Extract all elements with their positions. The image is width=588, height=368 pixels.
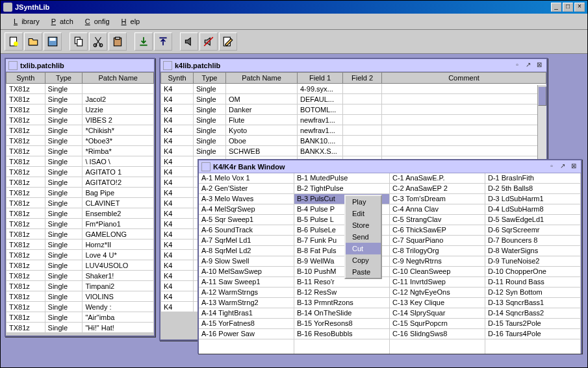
download-button[interactable] — [134, 32, 153, 51]
bank-cell[interactable]: A-16 Power Saw — [199, 329, 294, 339]
close-button[interactable]: × — [574, 3, 585, 12]
table-row[interactable]: K4Single4-99.syx... — [161, 84, 546, 94]
column-header[interactable]: Synth — [161, 73, 194, 84]
strike-button[interactable] — [199, 32, 218, 51]
bank-cell[interactable]: D-13 SqncrBass1 — [485, 298, 580, 308]
bank-cell[interactable]: B-16 ResoBubbls — [294, 329, 389, 339]
column-header[interactable]: Patch Name — [83, 73, 154, 84]
table-row[interactable]: TX81zSingle — [6, 84, 154, 94]
menu-item-copy[interactable]: Copy — [346, 254, 381, 266]
bank-cell[interactable]: C-16 SlidngSws8 — [390, 329, 485, 339]
column-header[interactable]: Patch Name — [226, 73, 298, 84]
bank-cell[interactable]: A-8 SqrMel Ld2 — [199, 246, 294, 256]
bank-cell[interactable]: C-15 SqurPopcrn — [390, 319, 485, 329]
table-row[interactable]: TX81zSingle Uzzie — [6, 104, 154, 115]
bank-cell[interactable]: D-11 Round Bass — [485, 277, 580, 288]
menu-item-paste[interactable]: Paste — [346, 266, 381, 278]
close-icon[interactable]: ⊠ — [535, 61, 544, 70]
sound-button[interactable] — [180, 32, 198, 51]
menu-item-send[interactable]: Send — [346, 231, 381, 243]
table-row[interactable]: TX81zSingle*Rimba* — [6, 146, 154, 156]
bank-cell[interactable]: A-1 Melo Vox 1 — [199, 173, 294, 184]
table-row[interactable]: TX81zSingle AGITATO 1 — [6, 167, 154, 177]
bank-cell[interactable]: D-3 LdSubHarm1 — [485, 194, 580, 204]
close-icon[interactable]: ⊠ — [569, 162, 578, 171]
bank-cell[interactable]: D-15 Taurs2Pole — [485, 319, 580, 329]
bank-cell[interactable]: D-1 BrasInFith — [485, 173, 580, 184]
menu-item-edit[interactable]: Edit — [346, 208, 381, 219]
bank-cell[interactable]: C-7 SquarPiano — [390, 236, 485, 246]
txlib-table[interactable]: SynthTypePatch Name TX81zSingleTX81zSing… — [6, 72, 154, 333]
bank-cell[interactable]: B-12 ResSw — [294, 288, 389, 298]
maximize-icon[interactable]: ↗ — [524, 61, 533, 70]
bank-cell[interactable]: A-12 WarmStrngs — [199, 288, 294, 298]
bank-cell[interactable]: C-4 Anna Clav — [390, 204, 485, 215]
upload-button[interactable] — [154, 32, 172, 51]
bank-grid[interactable]: A-1 Melo Vox 1A-2 Gen'SisterA-3 Melo Wav… — [199, 173, 581, 354]
table-row[interactable]: TX81zSingle Jacol2 — [6, 94, 154, 104]
table-row[interactable]: TX81zSingle*Oboe3* — [6, 136, 154, 146]
iconify-icon[interactable]: ▫ — [513, 61, 522, 70]
bank-cell[interactable]: B-14 OnTheSlide — [294, 308, 389, 319]
column-header[interactable]: Comment — [382, 73, 546, 84]
bank-cell[interactable]: D-12 Syn Bottom — [485, 288, 580, 298]
table-row[interactable]: TX81zSingleHornz*II — [6, 239, 154, 250]
bank-cell[interactable]: D-2 5th Balls8 — [485, 184, 580, 194]
bank-cell[interactable]: B-2 TightPulse — [294, 184, 389, 194]
bank-cell[interactable]: D-6 SqrScreemr — [485, 225, 580, 236]
table-row[interactable]: TX81zSingle\ ISAO \ — [6, 156, 154, 167]
save-button[interactable] — [44, 32, 62, 51]
menu-item-store[interactable]: Store — [346, 219, 381, 231]
table-row[interactable]: TX81zSingleCLAVINET — [6, 198, 154, 208]
column-header[interactable]: Synth — [6, 73, 45, 84]
bank-cell[interactable]: A-11 Saw Sweep1 — [199, 277, 294, 288]
k4lib-titlebar[interactable]: k4lib.patchlib ▫ ↗ ⊠ — [160, 59, 546, 72]
bank-cell[interactable]: D-9 TuneNoise2 — [485, 256, 580, 267]
bank-frame[interactable]: K4/K4r Bank Window ▫ ↗ ⊠ A-1 Melo Vox 1A… — [198, 159, 582, 354]
bank-cell[interactable]: B-15 YorResons8 — [294, 319, 389, 329]
column-header[interactable]: Type — [194, 73, 226, 84]
menu-item-cut[interactable]: Cut — [346, 243, 381, 254]
bank-cell[interactable]: B-1 MutedPulse — [294, 173, 389, 184]
bank-cell[interactable]: C-14 SlprySquar — [390, 308, 485, 319]
bank-cell[interactable]: C-3 Tom'sDream — [390, 194, 485, 204]
bank-cell[interactable]: C-12 NgtvEyeOns — [390, 288, 485, 298]
table-row[interactable]: K4SingleFlutenewfrav1... — [161, 115, 546, 125]
bank-cell[interactable]: D-10 ChopperOne — [485, 267, 580, 277]
table-row[interactable]: TX81zSingleGAMELONG — [6, 229, 154, 239]
bank-cell[interactable]: C-9 NegtvRtrns — [390, 256, 485, 267]
table-row[interactable]: TX81zSingle"Hi!" Hat! — [6, 323, 154, 333]
menu-help[interactable]: Help — [114, 15, 144, 28]
bank-cell[interactable]: C-2 AnaSawEP 2 — [390, 184, 485, 194]
minimize-button[interactable]: _ — [551, 3, 561, 12]
bank-cell[interactable]: C-1 AnaSawE.P. — [390, 173, 485, 184]
bank-cell[interactable]: D-14 SqncrBass2 — [485, 308, 580, 319]
table-row[interactable]: TX81zSingleShaker1! — [6, 271, 154, 281]
bank-cell[interactable]: A-7 SqrMel Ld1 — [199, 236, 294, 246]
bank-titlebar[interactable]: K4/K4r Bank Window ▫ ↗ ⊠ — [199, 160, 581, 173]
table-row[interactable]: K4SingleOboeBANK10.... — [161, 136, 546, 146]
column-header[interactable]: Field 2 — [343, 73, 382, 84]
copy-button[interactable] — [70, 32, 88, 51]
bank-cell[interactable]: A-5 Sqr Sweep1 — [199, 215, 294, 225]
menu-config[interactable]: Config — [77, 15, 114, 28]
table-row[interactable]: TX81zSingleWendy : — [6, 302, 154, 312]
table-row[interactable]: TX81zSingle VIBES 2 — [6, 115, 154, 125]
iconify-icon[interactable]: ▫ — [547, 162, 556, 171]
table-row[interactable]: TX81zSingle*Chikish* — [6, 125, 154, 136]
cut-button[interactable] — [89, 32, 107, 51]
edit-button[interactable] — [219, 32, 237, 51]
table-row[interactable]: TX81zSingleLUV4USOLO — [6, 260, 154, 271]
bank-cell[interactable]: A-10 MelSawSwep — [199, 267, 294, 277]
bank-cell[interactable]: C-6 ThickSawEP — [390, 225, 485, 236]
column-header[interactable]: Type — [45, 73, 83, 84]
context-menu[interactable]: PlayEditStoreSendCutCopyPaste — [344, 195, 382, 279]
bank-cell[interactable]: D-5 SawEdgeLd1 — [485, 215, 580, 225]
open-button[interactable] — [24, 32, 42, 51]
bank-cell[interactable]: A-14 TightBras1 — [199, 308, 294, 319]
bank-cell[interactable]: B-13 PrmntRzons — [294, 298, 389, 308]
bank-cell[interactable]: C-13 Key Clique — [390, 298, 485, 308]
table-row[interactable]: K4SingleDankerBOTOML... — [161, 104, 546, 115]
maximize-icon[interactable]: ↗ — [558, 162, 567, 171]
menu-library[interactable]: Library — [6, 15, 44, 28]
